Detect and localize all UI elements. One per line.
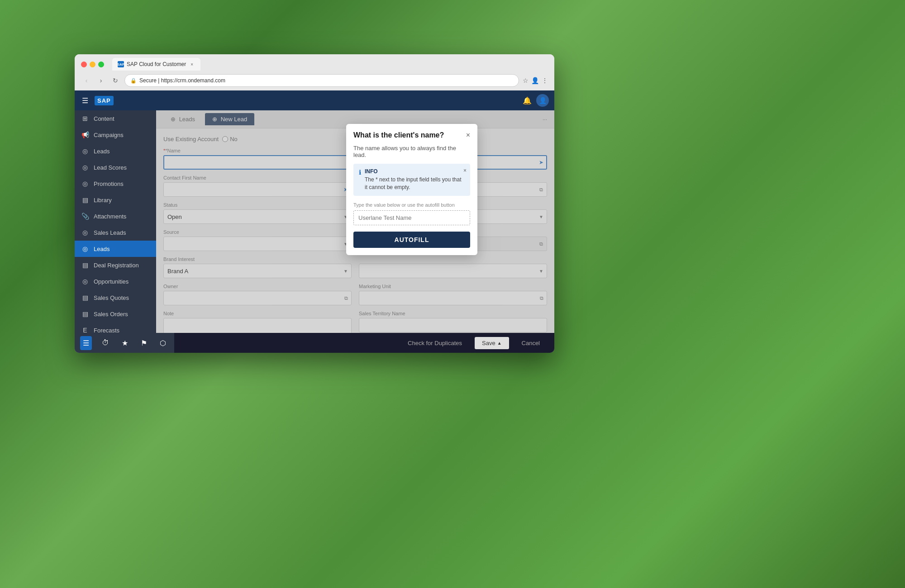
sidebar-item-label: Library (94, 197, 112, 204)
main-content: ⊕ Leads ⊕ New Lead ··· Use Existi (156, 110, 554, 333)
save-chevron-icon: ▲ (497, 341, 502, 346)
tab-favicon: SAP (118, 61, 124, 67)
back-button[interactable]: ‹ (81, 75, 92, 86)
attachments-icon: 📎 (81, 213, 89, 220)
address-bar[interactable]: 🔒 Secure | https://crm.ondemand.com (124, 74, 519, 87)
save-label: Save (482, 340, 495, 346)
info-box: ℹ INFO The * next to the input field tel… (353, 164, 470, 196)
save-bar: Check for Duplicates Save ▲ Cancel (174, 333, 554, 353)
forward-button[interactable]: › (95, 75, 106, 86)
info-icon: ℹ (359, 169, 361, 191)
dialog: What is the client's name? × The name al… (346, 124, 477, 255)
user-profile-icon[interactable]: 👤 (531, 77, 539, 84)
sidebar-item-forecasts[interactable]: E Forecasts (75, 322, 156, 333)
bookmark-icon[interactable]: ☆ (523, 77, 529, 84)
close-window-button[interactable] (81, 62, 87, 67)
sidebar-item-label: Sales Quotes (94, 294, 129, 301)
sales-leads-icon: ◎ (81, 229, 89, 236)
sidebar-item-campaigns[interactable]: 📢 Campaigns (75, 127, 156, 143)
user-avatar[interactable]: 👤 (536, 94, 549, 107)
sidebar-item-label: Forecasts (94, 327, 119, 333)
bottom-nav-star-icon[interactable]: ★ (119, 336, 131, 350)
sap-logo: SAP (95, 96, 114, 105)
sales-quotes-icon: ▤ (81, 294, 89, 301)
lock-icon: 🔒 (130, 78, 137, 84)
sidebar-item-label: Leads (94, 246, 110, 252)
dialog-close-button[interactable]: × (466, 132, 470, 139)
traffic-lights (81, 62, 104, 67)
browser-title-bar: SAP SAP Cloud for Customer × (75, 54, 554, 72)
campaigns-icon: 📢 (81, 131, 89, 138)
address-actions: ☆ 👤 ⋮ (523, 77, 548, 84)
sidebar-item-content[interactable]: ⊞ Content (75, 110, 156, 127)
autofill-input[interactable] (353, 210, 470, 225)
dialog-body: The name allows you to always find the l… (346, 143, 477, 255)
browser-window: SAP SAP Cloud for Customer × ‹ › ↻ 🔒 Sec… (75, 54, 554, 353)
browser-tab[interactable]: SAP SAP Cloud for Customer × (112, 58, 200, 71)
lead-scores-icon: ◎ (81, 164, 89, 171)
info-box-title: INFO (365, 168, 465, 175)
tab-title: SAP Cloud for Customer (127, 61, 186, 67)
autofill-hint-label: Type the value below or use the autofill… (353, 202, 470, 208)
sidebar-item-attachments[interactable]: 📎 Attachments (75, 208, 156, 224)
sidebar-item-label: Deal Registration (94, 262, 139, 269)
leads-active-icon: ◎ (81, 245, 89, 252)
bottom-nav-flag-icon[interactable]: ⚑ (138, 336, 150, 350)
browser-address-bar: ‹ › ↻ 🔒 Secure | https://crm.ondemand.co… (75, 72, 554, 90)
hamburger-button[interactable]: ☰ (80, 95, 90, 107)
sidebar-item-deal-registration[interactable]: ▤ Deal Registration (75, 257, 156, 273)
sidebar-item-opportunities[interactable]: ◎ Opportunities (75, 273, 156, 289)
sidebar-item-label: Leads (94, 148, 110, 155)
content-icon: ⊞ (81, 115, 89, 122)
sidebar-item-label: Promotions (94, 180, 124, 187)
save-button[interactable]: Save ▲ (475, 337, 509, 349)
menu-icon[interactable]: ⋮ (542, 77, 548, 84)
info-box-close-button[interactable]: × (463, 167, 467, 174)
bottom-nav-clock-icon[interactable]: ⏱ (99, 336, 112, 350)
reload-button[interactable]: ↻ (110, 75, 121, 86)
sidebar: ⊞ Content 📢 Campaigns ◎ Leads ◎ Lead Sco… (75, 110, 156, 333)
sidebar-item-label: Attachments (94, 213, 126, 220)
bottom-nav-icons: ☰ ⏱ ★ ⚑ ⬡ (80, 336, 169, 350)
sidebar-item-sales-quotes[interactable]: ▤ Sales Quotes (75, 289, 156, 306)
main-layout: ☰ SAP 🔔 👤 ⊞ Content 📢 Campaigns (75, 90, 554, 353)
sidebar-item-label: Lead Scores (94, 164, 127, 171)
sidebar-item-label: Sales Orders (94, 311, 128, 318)
sidebar-item-sales-leads[interactable]: ◎ Sales Leads (75, 224, 156, 241)
dialog-description: The name allows you to always find the l… (353, 145, 470, 158)
sidebar-item-library[interactable]: ▤ Library (75, 192, 156, 208)
info-box-content: INFO The * next to the input field tells… (365, 168, 465, 191)
maximize-window-button[interactable] (98, 62, 104, 67)
sidebar-item-leads-1[interactable]: ◎ Leads (75, 143, 156, 159)
opportunities-icon: ◎ (81, 278, 89, 285)
sap-header: ☰ SAP 🔔 👤 (75, 90, 554, 110)
sidebar-item-promotions[interactable]: ◎ Promotions (75, 175, 156, 192)
app-content: ☰ SAP 🔔 👤 ⊞ Content 📢 Campaigns (75, 90, 554, 353)
deal-reg-icon: ▤ (81, 261, 89, 269)
bottom-toolbar: ☰ ⏱ ★ ⚑ ⬡ (75, 333, 174, 353)
content-with-sidebar: ⊞ Content 📢 Campaigns ◎ Leads ◎ Lead Sco… (75, 110, 554, 333)
sidebar-item-leads-active[interactable]: ◎ Leads (75, 241, 156, 257)
dialog-title: What is the client's name? (353, 131, 444, 139)
cancel-button[interactable]: Cancel (514, 337, 547, 349)
bottom-nav-list-icon[interactable]: ☰ (80, 336, 92, 350)
check-for-duplicates-button[interactable]: Check for Duplicates (400, 337, 469, 349)
library-icon: ▤ (81, 196, 89, 204)
sidebar-item-sales-orders[interactable]: ▤ Sales Orders (75, 306, 156, 322)
sidebar-item-lead-scores[interactable]: ◎ Lead Scores (75, 159, 156, 175)
browser-chrome: SAP SAP Cloud for Customer × ‹ › ↻ 🔒 Sec… (75, 54, 554, 90)
address-text: Secure | https://crm.ondemand.com (139, 77, 513, 84)
leads-icon-1: ◎ (81, 147, 89, 155)
notification-icon[interactable]: 🔔 (523, 96, 532, 105)
sidebar-item-label: Content (94, 115, 114, 122)
info-box-text: The * next to the input field tells you … (365, 176, 465, 191)
sales-orders-icon: ▤ (81, 310, 89, 318)
forecasts-icon: E (81, 327, 89, 333)
tab-close-button[interactable]: × (189, 61, 195, 67)
sidebar-item-label: Opportunities (94, 278, 129, 285)
sap-header-right: 🔔 👤 (523, 94, 549, 107)
minimize-window-button[interactable] (90, 62, 95, 67)
bottom-nav-hex-icon[interactable]: ⬡ (157, 336, 169, 350)
autofill-button[interactable]: AUTOFILL (353, 232, 470, 248)
bottom-area: ☰ ⏱ ★ ⚑ ⬡ Check for Duplicates Save ▲ Ca… (75, 333, 554, 353)
